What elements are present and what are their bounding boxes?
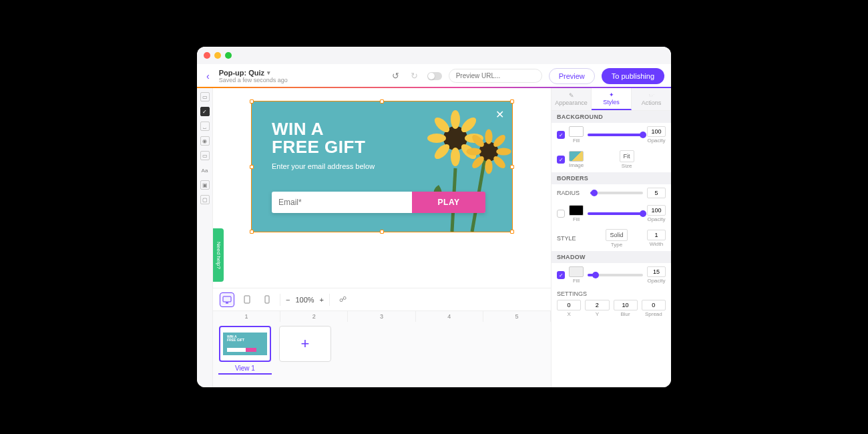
resize-handle[interactable] (510, 99, 514, 103)
ruler-tick: 1 (213, 311, 280, 322)
bg-image-swatch[interactable] (569, 151, 584, 162)
border-radius-input[interactable] (647, 188, 666, 198)
tool-image-icon[interactable]: ▢ (200, 195, 210, 204)
section-shadow: SHADOW (552, 251, 671, 263)
resize-handle[interactable] (510, 230, 514, 234)
zoom-in-button[interactable]: + (320, 296, 324, 304)
zoom-level: 100% (295, 296, 314, 304)
popup-element[interactable]: ✕ WIN A FREE GIFT Enter your email addre… (252, 101, 512, 232)
resize-handle[interactable] (250, 230, 254, 234)
preview-button[interactable]: Preview (549, 68, 595, 84)
style-label: STYLE (557, 235, 586, 242)
shadow-spread-input[interactable] (642, 300, 666, 310)
views-strip: 1 2 3 4 5 WIN AFREE GIFT View 1 + (213, 310, 551, 387)
border-fill-swatch[interactable] (569, 205, 584, 216)
undo-button[interactable]: ↺ (390, 70, 402, 82)
svg-point-8 (451, 148, 460, 166)
border-fill-checkbox[interactable] (557, 210, 565, 218)
bg-opacity-slider[interactable] (588, 134, 643, 136)
radius-label: RADIUS (557, 190, 586, 196)
tool-checkbox-icon[interactable]: ✓ (200, 107, 210, 116)
tool-text-icon[interactable]: Aa (200, 166, 210, 175)
shadow-checkbox[interactable]: ✓ (557, 271, 565, 279)
play-button[interactable]: PLAY (412, 192, 485, 213)
view-thumbnail-1[interactable]: WIN AFREE GIFT View 1 (218, 326, 272, 375)
shadow-blur-input[interactable] (614, 300, 638, 310)
shadow-opacity-input[interactable] (647, 266, 666, 277)
border-opacity-slider[interactable] (588, 212, 643, 215)
ruler-tick: 3 (348, 311, 415, 322)
tool-form-icon[interactable]: ▣ (200, 180, 210, 190)
svg-point-17 (485, 159, 492, 174)
device-desktop-icon[interactable] (220, 292, 234, 307)
svg-point-13 (485, 129, 492, 144)
border-radius-slider[interactable] (590, 192, 643, 194)
share-icon[interactable]: ☍ (335, 292, 350, 307)
border-type-select[interactable]: Solid (606, 229, 627, 241)
border-opacity-input[interactable] (647, 205, 666, 216)
redo-button[interactable]: ↻ (409, 70, 421, 82)
resize-handle[interactable] (510, 165, 514, 169)
svg-rect-22 (226, 302, 228, 304)
email-field[interactable] (272, 192, 412, 213)
svg-rect-21 (223, 296, 231, 302)
window-titlebar (197, 47, 671, 64)
svg-point-15 (496, 148, 511, 155)
resize-handle[interactable] (250, 165, 254, 169)
popup-selection[interactable]: ✕ WIN A FREE GIFT Enter your email addre… (252, 101, 512, 232)
popup-headline-2: FREE GIFT (272, 138, 375, 156)
shadow-fill-swatch[interactable] (569, 266, 584, 277)
maximize-window-icon[interactable] (225, 52, 232, 59)
actions-icon: ☞ (649, 92, 654, 99)
shadow-opacity-slider[interactable] (588, 274, 643, 276)
tab-actions[interactable]: ☞Actions (632, 88, 671, 110)
zoom-out-button[interactable]: − (286, 296, 290, 304)
svg-rect-24 (265, 296, 269, 303)
section-borders: BORDERS (552, 172, 671, 184)
ruler-tick: 4 (416, 311, 483, 322)
device-mobile-icon[interactable] (260, 292, 274, 307)
document-title[interactable]: Pop-up: Quiz (219, 69, 264, 77)
bg-opacity-input[interactable] (647, 126, 666, 137)
styles-icon: ✦ (609, 91, 614, 98)
preview-url-input[interactable] (449, 69, 542, 83)
tool-input-icon[interactable]: ▭ (200, 151, 210, 160)
section-background: BACKGROUND (552, 111, 671, 123)
border-width-input[interactable] (647, 230, 666, 240)
tool-container-icon[interactable]: ▭ (200, 92, 210, 101)
minimize-window-icon[interactable] (214, 52, 221, 59)
resize-handle[interactable] (250, 99, 254, 103)
tool-radio-icon[interactable]: ◉ (200, 136, 210, 146)
plus-icon: + (301, 335, 310, 353)
svg-rect-23 (244, 296, 250, 303)
bg-fill-swatch[interactable] (569, 126, 584, 137)
device-tablet-icon[interactable] (240, 292, 254, 307)
close-icon[interactable]: ✕ (495, 108, 504, 121)
close-window-icon[interactable] (204, 52, 210, 59)
tool-rail: ▭ ✓ ⎵ ◉ ▭ Aa ▣ ▢ (197, 88, 213, 387)
bg-size-select[interactable]: Fit (620, 150, 634, 162)
shadow-y-input[interactable] (585, 300, 609, 310)
chevron-down-icon[interactable]: ▾ (267, 69, 270, 76)
tab-appearance[interactable]: ✎Appearance (552, 88, 592, 110)
help-tab[interactable]: Need help? (213, 228, 224, 282)
bg-image-checkbox[interactable]: ✓ (557, 156, 565, 164)
add-view-button[interactable]: + (278, 326, 332, 375)
shadow-x-input[interactable] (557, 300, 581, 310)
canvas[interactable]: ✕ WIN A FREE GIFT Enter your email addre… (213, 88, 551, 288)
bg-fill-checkbox[interactable]: ✓ (557, 131, 565, 139)
app-header: ‹ Pop-up: Quiz▾ Saved a few seconds ago … (197, 64, 671, 88)
tab-styles[interactable]: ✦Styles (592, 88, 632, 110)
back-button[interactable]: ‹ (204, 69, 212, 83)
popup-headline-1: WIN A (272, 120, 375, 138)
publish-button[interactable]: To publishing (602, 68, 664, 84)
preview-toggle[interactable] (427, 72, 442, 80)
ruler: 1 2 3 4 5 (213, 311, 551, 322)
svg-point-10 (427, 134, 446, 143)
resize-handle[interactable] (380, 230, 384, 234)
ruler-tick: 2 (280, 311, 348, 322)
ruler-tick: 5 (483, 311, 551, 322)
resize-handle[interactable] (380, 99, 384, 103)
app-window: ‹ Pop-up: Quiz▾ Saved a few seconds ago … (197, 47, 671, 387)
tool-button-icon[interactable]: ⎵ (200, 122, 210, 131)
